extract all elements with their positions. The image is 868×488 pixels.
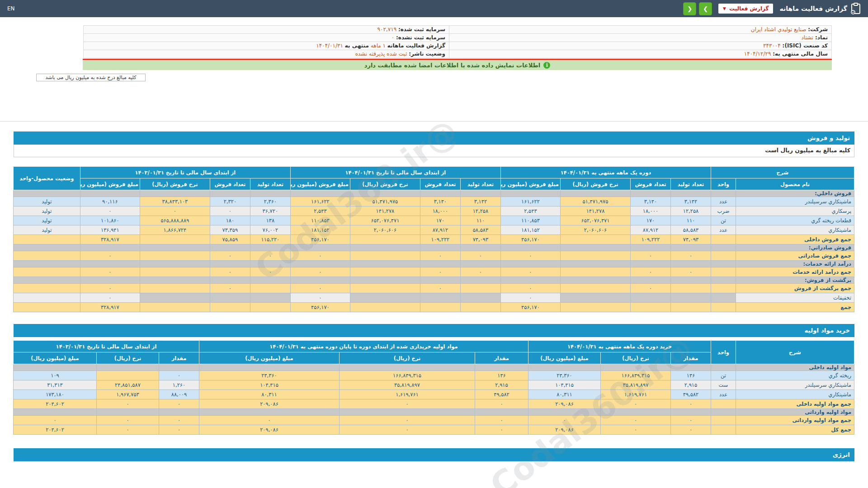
column-group-header: از ابتدای سال مالی تا تاریخ ۱۴۰۳/۰۱/۳۱ (80, 167, 290, 178)
value-cell (671, 409, 711, 416)
product-row: ماشینکاريعدد۴۹,۵۸۲۱,۶۱۹,۷۶۱۸۰,۳۱۱۴۹,۵۸۲۱… (13, 390, 854, 399)
value-cell: ۰ (159, 425, 199, 435)
unit-cell (711, 251, 736, 261)
value-cell (420, 244, 460, 251)
value-cell: ۰ (80, 284, 140, 293)
value-cell: ۷۳,۳۵۹ (210, 225, 250, 235)
column-header: تعداد تولید (460, 178, 500, 190)
value-cell: ۳,۱۴۰ (420, 197, 460, 206)
value-cell: ۰ (670, 267, 711, 277)
value-cell (711, 244, 736, 251)
value-cell: ۰ (339, 399, 475, 409)
value-cell (350, 190, 420, 197)
value-cell: ۰ (80, 251, 140, 261)
total-label-cell: جمع مواد اولیه داخلی (736, 399, 854, 409)
product-row: ریخته گريتن۱۴۶۱۶۶,۸۴۹,۳۱۵۲۴,۳۶۰۱۴۶۱۶۶,۸۴… (13, 371, 854, 380)
value-cell (460, 261, 500, 267)
total-row: جمع مواد اولیه وارداتی۰۰۰۰۰۰۰۰۰ (13, 416, 854, 425)
value-cell: ۰ (500, 267, 560, 277)
value-cell: ۷۶,۰۰۲ (250, 225, 290, 235)
value-cell (290, 277, 350, 284)
value-cell: ۱۶۶,۸۴۹,۳۱۵ (601, 371, 671, 380)
section-label-cell: فروش داخلي: (736, 190, 854, 197)
value-cell: ۱,۸۶۶,۷۲۴ (140, 225, 210, 235)
value-cell: ۹۰,۱۱۶ (80, 197, 140, 206)
next-report-button[interactable]: ❯ (699, 2, 712, 15)
status-cell (13, 235, 80, 244)
section-label-cell: مواد اولیه داخلی (736, 364, 854, 371)
value-cell (140, 303, 210, 312)
unit-cell: ضرب (711, 206, 736, 216)
value-cell (350, 251, 420, 261)
column-header: مبلغ فروش (میلیون ریال) (290, 178, 350, 190)
value-cell: ۸۷,۹۱۲ (630, 225, 670, 235)
value-cell (339, 364, 475, 371)
value-cell (560, 244, 630, 251)
value-cell: ۱۰۴,۴۱۵ (199, 380, 339, 390)
info-icon: i (543, 62, 550, 69)
value-cell: ۲,۵۴۳ (290, 206, 350, 216)
unit-cell (711, 399, 736, 409)
info-value: تشتاد (801, 34, 813, 41)
value-cell: ۴۹,۵۸۲ (671, 390, 711, 399)
value-cell: ۱,۶۱۹,۷۶۱ (601, 390, 671, 399)
value-cell: ۰ (250, 267, 290, 277)
value-cell: ۲۰۹,۰۸۶ (528, 399, 600, 409)
value-cell: ۰ (210, 267, 250, 277)
value-cell: ۲۰۴,۶۰۲ (13, 399, 96, 409)
column-header: مبلغ (میلیون ریال) (528, 352, 600, 364)
section-row: فروش صادراتي: (13, 244, 854, 251)
product-name-cell: ماشینکاري سرسیلندر (736, 380, 854, 390)
value-cell (96, 409, 159, 416)
column-header: نرخ فروش (ریال) (560, 178, 630, 190)
status-cell (13, 267, 80, 277)
value-cell: ۱۶۶,۸۴۹,۳۱۵ (339, 371, 475, 380)
value-cell (420, 293, 460, 303)
value-cell (670, 244, 711, 251)
value-cell (601, 409, 671, 416)
previous-report-button[interactable]: ❮ (683, 2, 696, 15)
status-cell (13, 284, 80, 293)
value-cell: ۱۷۰ (420, 216, 460, 225)
unit-cell: تن (711, 216, 736, 225)
value-cell: ۳,۱۴۲ (670, 197, 711, 206)
info-value: ۱ ماهه (371, 42, 386, 49)
value-cell: ۱۴۱,۲۷۸ (560, 206, 630, 216)
value-cell (630, 190, 670, 197)
value-cell: ۱۶۱,۶۲۲ (500, 197, 560, 206)
value-cell: ۰ (475, 399, 528, 409)
value-cell: ۱۱۰ (460, 216, 500, 225)
value-cell (80, 277, 140, 284)
total-label-cell: جمع برگشت از فروش (736, 284, 854, 293)
info-row: سال مالی منتهی به: ۱۴۰۴/۱۲/۲۹ وضعیت ناشر… (83, 50, 832, 58)
info-row: نماد: تشتاد سرمایه ثبت نشده: ۰ (83, 34, 832, 42)
value-cell: ۰ (290, 251, 350, 261)
value-cell: ۱,۹۶۷,۷۵۳ (96, 390, 159, 399)
value-cell (460, 277, 500, 284)
info-label: کد صنعت (ISIC): (783, 42, 828, 49)
value-cell (560, 267, 630, 277)
value-cell (420, 303, 460, 312)
value-cell: ۰ (13, 416, 96, 425)
value-cell (670, 190, 711, 197)
value-cell (13, 409, 96, 416)
info-label: وضعیت ناشر: (409, 51, 445, 57)
value-cell (140, 244, 210, 251)
value-cell: ۰ (500, 284, 560, 293)
value-cell (560, 303, 630, 312)
value-cell (250, 190, 290, 197)
report-type-dropdown[interactable]: گزارش فعالیت ▼ (718, 4, 773, 14)
value-cell (670, 293, 711, 303)
value-cell (13, 277, 80, 284)
value-cell: ۲,۹۱۵ (671, 380, 711, 390)
value-cell: ۰ (460, 267, 500, 277)
language-toggle-en[interactable]: EN (7, 5, 15, 12)
unit-cell (711, 293, 736, 303)
product-name-cell: ماشینکاري سرسیلندر (736, 197, 854, 206)
total-label-cell: جمع فروش داخلی (736, 235, 854, 244)
status-cell: تولید (13, 206, 80, 216)
column-header: نرخ فروش (ریال) (140, 178, 210, 190)
value-cell (630, 293, 670, 303)
value-cell: ۷۵,۸۵۹ (210, 235, 250, 244)
value-cell (670, 277, 711, 284)
